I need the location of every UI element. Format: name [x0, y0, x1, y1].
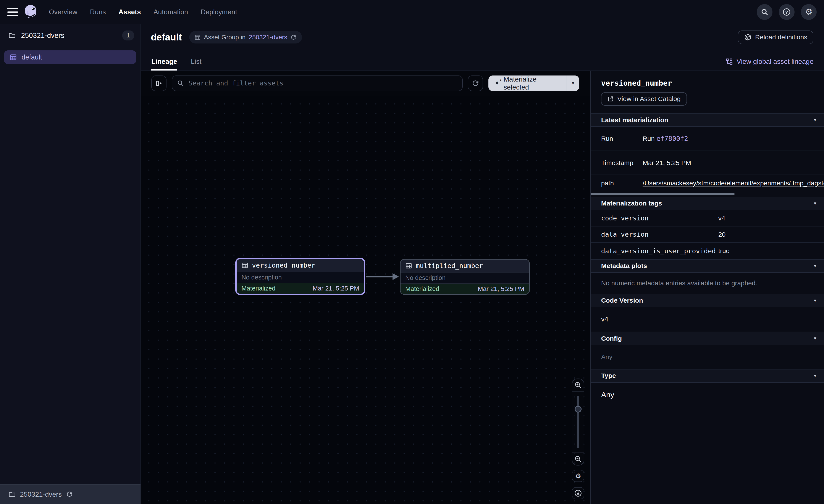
row-value: Run ef7800f2	[636, 135, 824, 142]
materialize-label: Materialize selected	[504, 76, 561, 91]
settings-button[interactable]: ⚙	[801, 4, 817, 20]
table-row: path /Users/smackesey/stm/code/elementl/…	[591, 175, 824, 191]
section-title: Code Version	[601, 297, 813, 304]
materialize-dropdown-caret[interactable]: ▼	[567, 76, 579, 91]
row-label: path	[591, 175, 636, 191]
section-type[interactable]: Type ▼	[591, 369, 824, 383]
metadata-plots-empty-text: No numeric metadata entries available to…	[591, 273, 824, 294]
materialization-tags-table: code_version v4 data_version 20 data_ver…	[591, 210, 824, 259]
folder-icon	[8, 32, 16, 39]
table-row: Timestamp Mar 21, 5:25 PM	[591, 151, 824, 175]
sidebar-footer-repo[interactable]: 250321-dvers	[0, 484, 140, 504]
zoom-slider-knob[interactable]	[575, 406, 582, 413]
type-value: Any	[591, 383, 824, 407]
materialized-status: Materialized	[241, 285, 275, 292]
zoom-out-button[interactable]	[572, 453, 584, 465]
collapse-caret-icon[interactable]: ▼	[813, 201, 817, 206]
config-value: Any	[591, 345, 824, 369]
materialized-timestamp: Mar 21, 5:25 PM	[313, 285, 359, 292]
table-row: code_version v4	[591, 210, 824, 227]
row-value: Mar 21, 5:25 PM	[636, 159, 824, 166]
tag-value: true	[712, 247, 824, 255]
search-icon	[761, 8, 768, 16]
collapse-caret-icon[interactable]: ▼	[813, 263, 817, 268]
nav-item-assets[interactable]: Assets	[118, 8, 141, 16]
asset-search-box	[172, 76, 462, 91]
tab-lineage[interactable]: Lineage	[151, 52, 177, 71]
asset-node-description: No description	[401, 272, 529, 283]
asset-node-multiplied-number[interactable]: multiplied_number No description Materia…	[400, 259, 530, 295]
asset-node-description: No description	[237, 272, 364, 283]
repo-name: 250321-dvers	[21, 31, 122, 39]
asset-node-name: multiplied_number	[416, 262, 483, 269]
asset-detail-panel: versioned_number View in Asset Catalog L…	[590, 71, 824, 504]
nav-item-runs[interactable]: Runs	[90, 8, 106, 16]
hamburger-menu-icon[interactable]	[7, 8, 18, 16]
collapse-caret-icon[interactable]: ▼	[813, 298, 817, 303]
gear-icon: ⚙	[575, 473, 581, 480]
reload-repo-icon[interactable]	[66, 491, 73, 498]
collapse-caret-icon[interactable]: ▼	[813, 373, 817, 378]
view-global-asset-lineage-link[interactable]: View global asset lineage	[726, 57, 813, 66]
section-metadata-plots[interactable]: Metadata plots ▼	[591, 259, 824, 273]
section-materialization-tags[interactable]: Materialization tags ▼	[591, 197, 824, 210]
search-button[interactable]	[757, 4, 772, 20]
reload-definitions-icon	[744, 33, 751, 41]
asset-node-versioned-number[interactable]: versioned_number No description Material…	[235, 258, 365, 295]
view-in-catalog-label: View in Asset Catalog	[617, 95, 681, 103]
asset-table-icon	[405, 262, 412, 269]
materialized-timestamp: Mar 21, 5:25 PM	[478, 285, 524, 292]
asset-node-status-row: Materialized Mar 21, 5:25 PM	[237, 283, 364, 294]
search-input[interactable]	[188, 79, 457, 88]
path-link[interactable]: /Users/smackesey/stm/code/elementl/exper…	[642, 179, 824, 187]
asset-group-icon	[194, 34, 201, 40]
zoom-slider[interactable]	[572, 391, 584, 453]
page-header: default Asset Group in 250321-dvers Relo…	[141, 24, 824, 71]
reload-definitions-button[interactable]: Reload definitions	[738, 30, 813, 44]
help-icon: ?	[783, 8, 791, 16]
section-title: Metadata plots	[601, 262, 813, 269]
section-latest-materialization[interactable]: Latest materialization ▼	[591, 113, 824, 127]
materialize-selected-button[interactable]: ✦✦ Materialize selected ▼	[489, 76, 579, 91]
lineage-graph-icon	[726, 58, 733, 65]
download-icon	[574, 489, 582, 497]
graph-settings-button[interactable]: ⚙	[572, 470, 584, 482]
nav-item-deployment[interactable]: Deployment	[201, 8, 237, 16]
collapse-caret-icon[interactable]: ▼	[813, 336, 817, 341]
nav-item-automation[interactable]: Automation	[153, 8, 188, 16]
section-code-version[interactable]: Code Version ▼	[591, 294, 824, 307]
dagster-logo[interactable]	[23, 4, 39, 20]
lineage-edge-arrow	[364, 269, 401, 284]
section-title: Type	[601, 372, 813, 379]
badge-repo-link[interactable]: 250321-dvers	[249, 34, 287, 41]
badge-prefix: Asset Group in	[204, 34, 246, 41]
zoom-slider-track[interactable]	[577, 396, 579, 449]
row-label: Run	[591, 127, 636, 150]
zoom-in-button[interactable]	[572, 379, 584, 391]
sidebar-repo-row[interactable]: 250321-dvers 1	[0, 24, 140, 47]
view-in-asset-catalog-button[interactable]: View in Asset Catalog	[601, 92, 687, 106]
toggle-sidebar-panel-button[interactable]	[151, 76, 167, 91]
zoom-in-icon	[575, 381, 582, 389]
table-row: data_version 20	[591, 227, 824, 243]
refresh-graph-button[interactable]	[468, 76, 483, 91]
download-graph-button[interactable]	[572, 487, 584, 499]
repo-asset-count-badge: 1	[122, 30, 134, 41]
collapse-caret-icon[interactable]: ▼	[813, 117, 817, 122]
lineage-canvas[interactable]: versioned_number No description Material…	[141, 96, 590, 504]
help-button[interactable]: ?	[779, 4, 795, 20]
scrollbar-thumb[interactable]	[591, 193, 735, 195]
tag-key: code_version	[591, 210, 712, 226]
sync-icon[interactable]	[290, 34, 297, 40]
run-id-link[interactable]: ef7800f2	[656, 135, 688, 142]
lineage-view: ✦✦ Materialize selected ▼	[141, 71, 590, 504]
sidebar-item-default-group[interactable]: default	[4, 50, 136, 64]
tag-key: data_version	[591, 227, 712, 242]
footer-repo-name: 250321-dvers	[20, 490, 62, 498]
section-config[interactable]: Config ▼	[591, 332, 824, 345]
nav-item-overview[interactable]: Overview	[49, 8, 77, 16]
asset-table-icon	[241, 262, 248, 269]
tabs-row: Lineage List View global asset lineage	[141, 52, 824, 71]
sparkle-icon: ✦✦	[494, 80, 500, 87]
tab-list[interactable]: List	[191, 52, 201, 71]
